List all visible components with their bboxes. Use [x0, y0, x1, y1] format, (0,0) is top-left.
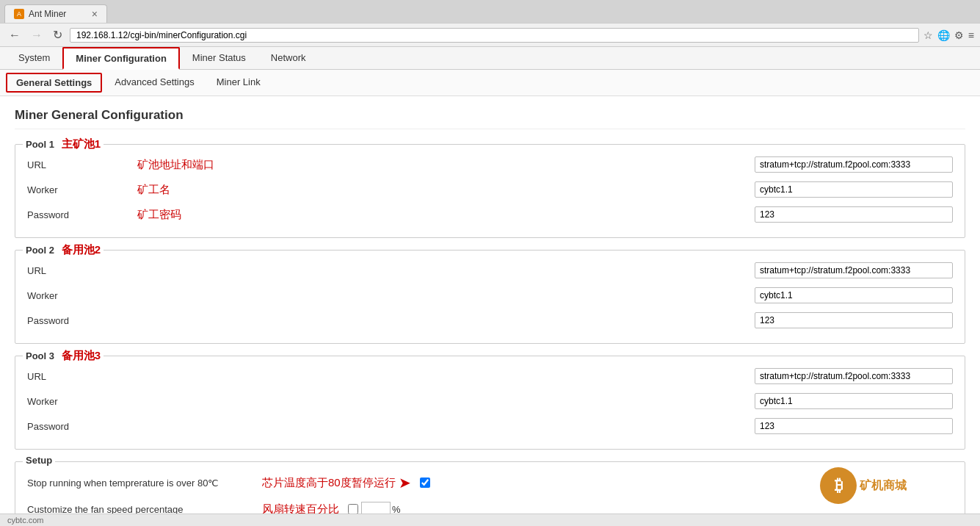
pool3-section: Pool 3 备用池3 URL Worker Password: [15, 356, 965, 450]
pool2-password-row: Password: [27, 309, 953, 328]
main-area: Miner General Configuration Pool 1 主矿池1 …: [0, 96, 980, 526]
sub-tab-general-settings[interactable]: General Settings: [6, 73, 102, 93]
temp-label: Stop running when temprerature is over 8…: [27, 478, 247, 489]
pool2-worker-row: Worker: [27, 284, 953, 303]
footer-bar: cybtc.com: [0, 514, 980, 526]
tab-close-button[interactable]: ×: [92, 8, 98, 20]
browser-chrome: A Ant Miner × ← → ↻ ☆ 🌐 ⚙ ≡: [0, 0, 980, 47]
pool1-section: Pool 1 主矿池1 URL 矿池地址和端口 Worker 矿工名 Passw…: [15, 144, 965, 238]
pool2-worker-input[interactable]: [755, 287, 953, 303]
pool3-legend: Pool 3 备用池3: [23, 349, 104, 363]
menu-icon[interactable]: ≡: [968, 29, 974, 41]
pool1-worker-input[interactable]: [755, 181, 953, 198]
pool1-worker-label: Worker: [27, 184, 93, 195]
pool1-legend: Pool 1 主矿池1: [23, 137, 104, 151]
pool3-url-row: URL: [27, 365, 953, 384]
page-title: Miner General Configuration: [15, 108, 965, 129]
pool1-worker-annotation: 矿工名: [137, 183, 170, 197]
pool2-legend: Pool 2 备用池2: [23, 243, 104, 257]
translate-icon[interactable]: 🌐: [937, 29, 950, 41]
tab-network[interactable]: Network: [258, 47, 319, 70]
sub-nav: General Settings Advanced Settings Miner…: [0, 70, 980, 96]
pool3-worker-input[interactable]: [755, 393, 953, 409]
pool2-url-label: URL: [27, 265, 93, 276]
setup-legend: Setup: [23, 455, 55, 466]
reload-button[interactable]: ↻: [50, 26, 65, 43]
pool1-password-annotation: 矿工密码: [137, 208, 181, 222]
temp-row: Stop running when temprerature is over 8…: [27, 471, 953, 491]
pool3-worker-row: Worker: [27, 390, 953, 409]
pool3-worker-label: Worker: [27, 396, 93, 407]
pool2-password-label: Password: [27, 315, 93, 326]
page-content: System Miner Configuration Miner Status …: [0, 47, 980, 526]
pool3-password-row: Password: [27, 415, 953, 434]
tab-system[interactable]: System: [6, 47, 62, 70]
pool3-annotation: 备用池3: [62, 349, 101, 361]
pool1-url-row: URL 矿池地址和端口: [27, 154, 953, 173]
tab-title: Ant Miner: [29, 9, 86, 19]
sub-tab-advanced-settings[interactable]: Advanced Settings: [105, 73, 203, 93]
pool2-url-row: URL: [27, 259, 953, 278]
temp-checkbox[interactable]: [420, 478, 430, 488]
tab-bar: A Ant Miner ×: [0, 0, 980, 23]
pool2-url-input[interactable]: [755, 262, 953, 278]
footer-text: cybtc.com: [7, 516, 44, 525]
temp-arrow-icon: ➤: [399, 474, 411, 491]
pool1-worker-row: Worker 矿工名: [27, 179, 953, 198]
pool2-annotation: 备用池2: [62, 243, 101, 256]
pool1-url-label: URL: [27, 159, 93, 170]
tab-miner-configuration[interactable]: Miner Configuration: [62, 47, 180, 70]
watermark-symbol: ₿: [820, 467, 857, 504]
pool3-password-input[interactable]: [755, 418, 953, 434]
temp-annotation: 芯片温度高于80度暂停运行: [262, 476, 396, 490]
main-nav-tabs: System Miner Configuration Miner Status …: [0, 47, 980, 70]
browser-tab[interactable]: A Ant Miner ×: [4, 4, 107, 23]
address-input[interactable]: [70, 28, 919, 43]
settings-icon[interactable]: ⚙: [954, 29, 964, 41]
fan-checkbox[interactable]: [348, 504, 358, 514]
pool1-annotation: 主矿池1: [62, 137, 101, 150]
tab-favicon: A: [14, 9, 24, 19]
pool3-url-label: URL: [27, 371, 93, 382]
tab-miner-status[interactable]: Miner Status: [180, 47, 258, 70]
pool2-section: Pool 2 备用池2 URL Worker Password: [15, 250, 965, 344]
pool1-password-label: Password: [27, 209, 93, 220]
pool3-password-label: Password: [27, 421, 93, 432]
pool3-url-input[interactable]: [755, 368, 953, 384]
watermark: ₿ 矿机商城: [820, 467, 907, 504]
watermark-text: 矿机商城: [860, 478, 907, 494]
pool1-password-input[interactable]: [755, 206, 953, 223]
pool1-url-annotation: 矿池地址和端口: [137, 158, 214, 172]
back-button[interactable]: ←: [6, 27, 23, 43]
forward-button[interactable]: →: [28, 27, 46, 43]
address-bar: ← → ↻ ☆ 🌐 ⚙ ≡: [0, 23, 980, 46]
pool2-worker-label: Worker: [27, 290, 93, 301]
sub-tab-miner-link[interactable]: Miner Link: [207, 73, 270, 93]
bookmark-icon[interactable]: ☆: [923, 29, 933, 41]
pool1-url-input[interactable]: [755, 156, 953, 173]
pool2-password-input[interactable]: [755, 312, 953, 328]
pool1-password-row: Password 矿工密码: [27, 203, 953, 223]
